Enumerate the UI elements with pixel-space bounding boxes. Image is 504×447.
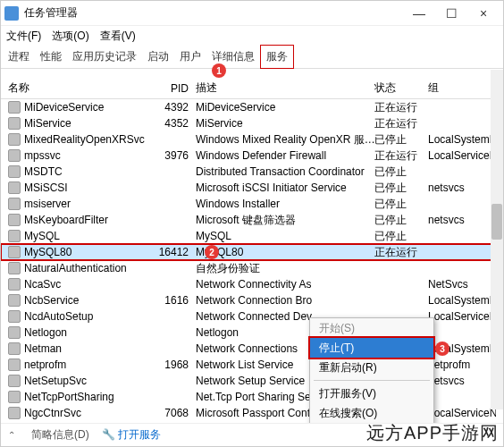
service-icon (8, 358, 21, 371)
service-group: LocalSystemN… (428, 294, 496, 307)
service-icon (8, 262, 21, 274)
menu-view[interactable]: 查看(V) (100, 29, 136, 44)
service-pid: 4352 (151, 117, 196, 130)
service-name: MiDeviceService (24, 101, 104, 114)
tab-app-history[interactable]: 应用历史记录 (67, 46, 142, 68)
menu-file[interactable]: 文件(F) (6, 29, 41, 44)
service-row[interactable]: NaturalAuthentication自然身份验证 (1, 260, 503, 276)
tab-services[interactable]: 服务 (260, 45, 294, 69)
service-status: 正在运行 (374, 100, 428, 115)
close-button[interactable]: × (467, 3, 500, 24)
service-icon (8, 198, 21, 210)
tab-users[interactable]: 用户 (174, 46, 206, 68)
services-list[interactable]: MiDeviceService4392MiDeviceService正在运行Mi… (1, 99, 503, 423)
service-status: 正在运行 (374, 148, 428, 164)
service-desc: MySQL (196, 230, 374, 242)
service-icon (8, 230, 21, 242)
open-services-link[interactable]: 🔧 打开服务 (102, 427, 161, 443)
service-icon (8, 294, 21, 307)
window-title: 任务管理器 (24, 5, 403, 21)
service-row[interactable]: MSiSCSIMicrosoft iSCSI Initiator Service… (1, 180, 503, 196)
maximize-button[interactable]: ☐ (435, 3, 467, 24)
service-status: 正在运行 (374, 116, 428, 131)
header-group[interactable]: 组 (428, 80, 496, 96)
service-name: MSiSCSI (24, 181, 68, 194)
service-name: NetSetupSvc (24, 375, 87, 387)
ctx-restart[interactable]: 重新启动(R) (310, 358, 433, 377)
service-desc: Network Connectivity As (196, 278, 374, 291)
service-row[interactable]: MsKeyboardFilterMicrosoft 键盘筛选器已停止netsvc… (1, 212, 503, 228)
service-pid: 1968 (151, 358, 196, 371)
scrollbar-thumb[interactable] (491, 204, 502, 240)
header-status[interactable]: 状态 (374, 80, 428, 96)
service-row[interactable]: MiService4352MiService正在运行 (1, 115, 503, 131)
minimize-button[interactable]: — (403, 3, 435, 24)
service-icon (8, 326, 21, 339)
service-group: netprofm (428, 358, 496, 371)
open-services-label: 打开服务 (118, 428, 161, 441)
service-row[interactable]: MySQL8016412MySQL80正在运行2 (1, 244, 503, 260)
service-name: NaturalAuthentication (24, 262, 127, 274)
vertical-scrollbar[interactable] (491, 70, 503, 409)
ctx-separator (314, 380, 430, 381)
service-group: netsvcs (428, 214, 496, 226)
column-headers: 名称 PID 描述 状态 组 (1, 78, 503, 99)
window-buttons: — ☐ × (403, 3, 500, 24)
chevron-icon: ⌃ (8, 430, 15, 440)
menubar: 文件(F) 选项(O) 查看(V) (1, 26, 503, 46)
ctx-search-online[interactable]: 在线搜索(O) (310, 403, 433, 423)
service-row[interactable]: msiserverWindows Installer已停止 (1, 196, 503, 212)
service-icon (8, 101, 21, 114)
service-icon (8, 165, 21, 178)
tabsbar: 进程 性能 应用历史记录 启动 用户 详细信息 服务 1 (1, 46, 503, 69)
menu-options[interactable]: 选项(O) (52, 29, 88, 44)
service-group: LocalServiceN… (428, 407, 496, 419)
service-status: 已停止 (374, 132, 428, 148)
service-name: MySQL (24, 230, 60, 242)
service-name: MiService (24, 117, 71, 130)
service-status: 已停止 (374, 197, 428, 212)
service-name: netprofm (24, 358, 66, 371)
fewer-details-button[interactable]: 简略信息(D) (31, 427, 89, 443)
service-desc: Microsoft iSCSI Initiator Service (196, 181, 374, 194)
service-row[interactable]: MySQLMySQL已停止 (1, 228, 503, 244)
callout-badge-1: 1 (212, 63, 226, 78)
context-menu: 开始(S) 停止(T) 重新启动(R) 打开服务(V) 在线搜索(O) 转到详细… (309, 317, 434, 423)
service-name: MSDTC (24, 165, 63, 178)
app-icon (4, 6, 19, 21)
service-status: 已停止 (374, 213, 428, 228)
service-pid: 3976 (151, 149, 196, 162)
header-name[interactable]: 名称 (8, 80, 151, 96)
titlebar: 任务管理器 — ☐ × (1, 1, 503, 26)
service-pid: 16412 (151, 246, 196, 258)
tab-processes[interactable]: 进程 (3, 46, 35, 68)
service-icon (8, 133, 21, 146)
service-group: netsvcs (428, 375, 496, 387)
service-desc: Windows Installer (196, 198, 374, 210)
service-name: NcdAutoSetup (24, 310, 93, 323)
header-desc[interactable]: 描述 (196, 80, 374, 96)
service-row[interactable]: MixedRealityOpenXRSvcWindows Mixed Reali… (1, 131, 503, 148)
service-icon (8, 117, 21, 130)
service-desc: Microsoft 键盘筛选器 (196, 213, 374, 228)
service-row[interactable]: NcaSvcNetwork Connectivity AsNetSvcs (1, 276, 503, 292)
ctx-stop[interactable]: 停止(T) (310, 338, 433, 358)
service-row[interactable]: mpssvc3976Windows Defender Firewall正在运行L… (1, 148, 503, 164)
ctx-start: 开始(S) (310, 318, 433, 338)
service-name: NcaSvc (24, 278, 61, 291)
service-name: NetTcpPortSharing (24, 391, 114, 403)
service-name: Netlogon (24, 326, 67, 339)
service-status: 已停止 (374, 164, 428, 180)
service-icon (8, 375, 21, 387)
service-row[interactable]: MSDTCDistributed Transaction Coordinator… (1, 164, 503, 180)
service-name: Netman (24, 342, 62, 355)
service-row[interactable]: MiDeviceService4392MiDeviceService正在运行 (1, 99, 503, 115)
service-row[interactable]: NcbService1616Network Connection BroLoca… (1, 292, 503, 308)
header-pid[interactable]: PID (151, 82, 196, 95)
ctx-open-services[interactable]: 打开服务(V) (310, 384, 433, 403)
service-desc: Distributed Transaction Coordinator (196, 165, 374, 178)
service-desc: Windows Mixed Reality OpenXR 服… (196, 132, 374, 148)
tab-performance[interactable]: 性能 (35, 46, 67, 68)
service-name: NgcCtnrSvc (24, 407, 81, 419)
tab-startup[interactable]: 启动 (142, 46, 174, 68)
